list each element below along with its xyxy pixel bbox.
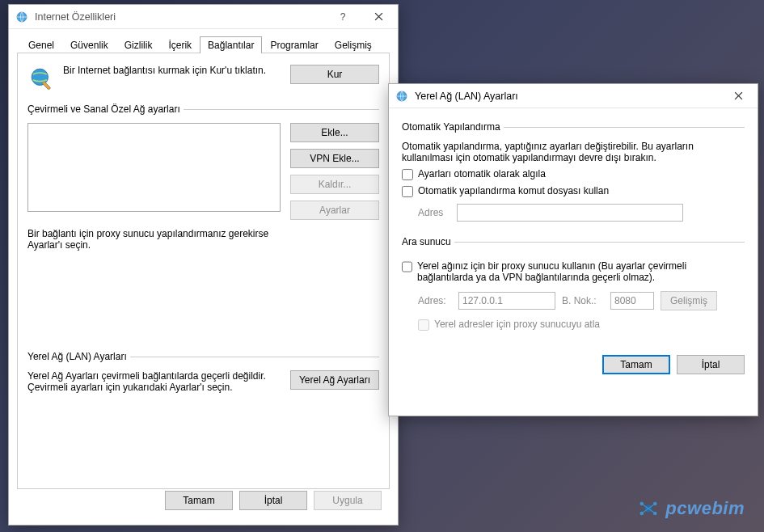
lan-window-title: Yerel Ağ (LAN) Ayarları bbox=[415, 91, 720, 102]
vpn-add-button[interactable]: VPN Ekle... bbox=[290, 149, 379, 168]
internet-options-window: Internet Özellikleri ? Genel Güvenlik Gi… bbox=[8, 4, 399, 526]
tab-privacy[interactable]: Gizlilik bbox=[116, 36, 161, 53]
lan-legend: Yerel Ağ (LAN) Ayarları bbox=[27, 351, 130, 362]
settings-button[interactable]: Ayarlar bbox=[290, 201, 379, 220]
help-button[interactable]: ? bbox=[325, 6, 361, 28]
dialup-fieldset: Çevirmeli ve Sanal Özel Ağ ayarları Ekle… bbox=[27, 103, 379, 251]
use-proxy-checkbox[interactable] bbox=[402, 261, 412, 272]
tab-content[interactable]: İçerik bbox=[160, 36, 200, 53]
globe-wand-icon bbox=[27, 65, 55, 92]
script-address-input[interactable] bbox=[457, 204, 683, 222]
ok-button[interactable]: Tamam bbox=[165, 491, 233, 510]
tab-advanced[interactable]: Gelişmiş bbox=[327, 36, 380, 53]
auto-script-label: Otomatik yapılandırma komut dosyası kull… bbox=[418, 185, 609, 196]
window-title: Internet Özellikleri bbox=[35, 11, 325, 23]
setup-button[interactable]: Kur bbox=[290, 65, 379, 84]
proxy-address-label: Adres: bbox=[418, 295, 452, 306]
watermark: pcwebim bbox=[636, 496, 745, 521]
lan-fieldset: Yerel Ağ (LAN) Ayarları Yerel Ağ Ayarlar… bbox=[27, 351, 379, 393]
script-address-label: Adres bbox=[418, 207, 452, 218]
proxy-port-label: B. Nok.: bbox=[562, 295, 604, 306]
titlebar: Internet Özellikleri ? bbox=[9, 5, 398, 29]
bypass-local-label: Yerel adresler için proxy sunucuyu atla bbox=[434, 319, 600, 330]
watermark-text: pcwebim bbox=[665, 498, 745, 519]
close-button[interactable] bbox=[361, 6, 396, 28]
proxy-port-input[interactable] bbox=[610, 292, 654, 310]
lan-settings-button[interactable]: Yerel Ağ Ayarları bbox=[290, 370, 379, 390]
lan-icon bbox=[395, 89, 410, 103]
dialup-listbox[interactable] bbox=[27, 123, 281, 212]
proxy-legend: Ara sunucu bbox=[402, 236, 454, 247]
tabstrip: Genel Güvenlik Gizlilik İçerik Bağlantıl… bbox=[17, 34, 390, 53]
setup-text: Bir Internet bağlantısı kurmak için Kur'… bbox=[63, 65, 282, 76]
lan-note: Yerel Ağ Ayarları çevirmeli bağlantılard… bbox=[27, 370, 281, 393]
dialup-legend: Çevirmeli ve Sanal Özel Ağ ayarları bbox=[27, 103, 184, 115]
proxy-advanced-button[interactable]: Gelişmiş bbox=[661, 291, 717, 310]
content-area: Genel Güvenlik Gizlilik İçerik Bağlantıl… bbox=[9, 29, 398, 523]
remove-button[interactable]: Kaldır... bbox=[290, 175, 379, 194]
auto-detect-label: Ayarları otomatik olarak algıla bbox=[418, 168, 546, 179]
apply-button[interactable]: Uygula bbox=[314, 491, 382, 510]
auto-config-fieldset: Otomatik Yapılandırma Otomatik yapılandı… bbox=[402, 121, 745, 231]
lan-titlebar: Yerel Ağ (LAN) Ayarları bbox=[389, 84, 758, 108]
auto-script-checkbox[interactable] bbox=[402, 186, 413, 197]
tab-panel-connections: Bir Internet bağlantısı kurmak için Kur'… bbox=[17, 53, 390, 489]
auto-config-note: Otomatik yapılandırma, yaptığınız ayarla… bbox=[402, 141, 745, 163]
proxy-note: Bir bağlantı için proxy sunucu yapılandı… bbox=[27, 228, 270, 251]
proxy-address-input[interactable] bbox=[458, 292, 555, 310]
cancel-button[interactable]: İptal bbox=[239, 491, 307, 510]
lan-settings-window: Yerel Ağ (LAN) Ayarları Otomatik Yapılan… bbox=[388, 83, 758, 416]
auto-config-legend: Otomatik Yapılandırma bbox=[402, 121, 504, 133]
internet-options-icon bbox=[15, 10, 30, 24]
add-button[interactable]: Ekle... bbox=[290, 123, 379, 142]
auto-detect-checkbox[interactable] bbox=[402, 169, 413, 180]
lan-cancel-button[interactable]: İptal bbox=[677, 355, 745, 374]
bypass-local-checkbox[interactable] bbox=[418, 319, 429, 331]
setup-row: Bir Internet bağlantısı kurmak için Kur'… bbox=[27, 65, 379, 92]
tab-programs[interactable]: Programlar bbox=[262, 36, 326, 53]
tab-security[interactable]: Güvenlik bbox=[62, 36, 116, 53]
tab-connections[interactable]: Bağlantılar bbox=[200, 36, 262, 53]
dialog-footer: Tamam İptal Uygula bbox=[9, 491, 382, 510]
tab-general[interactable]: Genel bbox=[20, 36, 62, 53]
use-proxy-label: Yerel ağınız için bir proxy sunucu kulla… bbox=[417, 260, 745, 283]
lan-content: Otomatik Yapılandırma Otomatik yapılandı… bbox=[389, 108, 758, 386]
lan-ok-button[interactable]: Tamam bbox=[602, 355, 670, 374]
proxy-fieldset: Ara sunucu Yerel ağınız için bir proxy s… bbox=[402, 236, 745, 340]
lan-close-button[interactable] bbox=[720, 85, 756, 108]
